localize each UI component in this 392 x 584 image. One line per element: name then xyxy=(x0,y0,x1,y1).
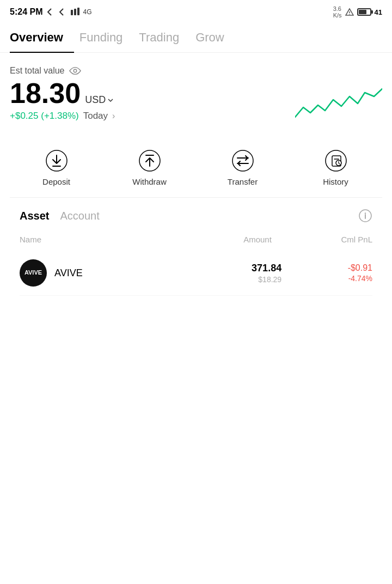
deposit-button[interactable]: Deposit xyxy=(29,149,84,186)
history-button[interactable]: History xyxy=(309,149,363,186)
change-amount: +$0.25 (+1.38%) xyxy=(10,111,79,121)
asset-list: AVIVE AVIVE 371.84 $18.29 -$0.91 -4.74% xyxy=(20,251,372,296)
status-time: 5:24 PM xyxy=(10,7,42,17)
tab-trading[interactable]: Trading xyxy=(139,23,190,52)
status-bar: 5:24 PM 4G 3.6K/s 41 xyxy=(0,0,392,23)
dropdown-arrow-icon xyxy=(107,97,114,104)
asset-amount-usd: $18.29 xyxy=(168,275,282,284)
asset-section: Asset Account Name Amount Cml PnL AVIVE xyxy=(10,198,382,296)
tab-grow[interactable]: Grow xyxy=(195,23,235,52)
value-left: 18.30 USD +$0.25 (+1.38%) Today › xyxy=(10,79,295,121)
info-icon-button[interactable] xyxy=(358,209,372,223)
currency-badge[interactable]: USD xyxy=(85,94,114,106)
transfer-icon xyxy=(231,149,255,173)
withdraw-icon xyxy=(138,149,162,173)
svg-point-5 xyxy=(74,69,77,72)
battery-icon xyxy=(357,8,371,16)
status-right: 3.6K/s 41 xyxy=(333,5,382,19)
asset-amount-col: 371.84 $18.29 xyxy=(168,263,282,284)
svg-point-11 xyxy=(326,150,346,171)
col-amount: Amount xyxy=(145,235,271,244)
deposit-label: Deposit xyxy=(42,177,70,186)
svg-point-17 xyxy=(365,212,366,214)
asset-logo-avive: AVIVE xyxy=(20,259,47,287)
tab-asset[interactable]: Asset xyxy=(20,210,49,222)
eye-icon[interactable] xyxy=(69,66,81,75)
asset-logo-text: AVIVE xyxy=(24,269,42,276)
transfer-button[interactable]: Transfer xyxy=(216,149,270,186)
svg-point-4 xyxy=(349,14,350,15)
mini-chart xyxy=(295,74,382,123)
asset-account-tabs: Asset Account xyxy=(20,209,372,223)
asset-pnl-col: -$0.91 -4.74% xyxy=(281,263,372,283)
asset-pnl-pct: -4.74% xyxy=(281,274,372,283)
svg-rect-2 xyxy=(77,8,79,15)
col-pnl: Cml PnL xyxy=(272,235,372,244)
history-label: History xyxy=(323,177,348,186)
svg-rect-0 xyxy=(71,10,73,15)
est-label-text: Est total value xyxy=(10,66,65,76)
network-icon: 4G xyxy=(83,8,91,16)
deposit-icon xyxy=(45,149,69,173)
total-value: 18.30 xyxy=(10,79,81,107)
asset-name: AVIVE xyxy=(54,267,168,279)
withdraw-label: Withdraw xyxy=(132,177,167,186)
nav-tabs: Overview Funding Trading Grow xyxy=(0,23,392,53)
transfer-label: Transfer xyxy=(228,177,258,186)
tab-overview[interactable]: Overview xyxy=(10,23,74,52)
status-left: 5:24 PM 4G xyxy=(10,7,91,17)
currency-text: USD xyxy=(85,94,106,106)
main-content: Est total value 18.30 USD xyxy=(0,53,392,296)
svg-rect-1 xyxy=(74,9,76,15)
total-value-row: 18.30 USD xyxy=(10,79,295,107)
battery-fill xyxy=(359,10,366,14)
col-name: Name xyxy=(20,235,145,244)
tab-funding[interactable]: Funding xyxy=(79,23,134,52)
table-row[interactable]: AVIVE AVIVE 371.84 $18.29 -$0.91 -4.74% xyxy=(20,251,372,296)
change-row[interactable]: +$0.25 (+1.38%) Today › xyxy=(10,111,295,121)
action-buttons: Deposit Withdraw Transfer xyxy=(10,136,382,198)
change-today: Today xyxy=(83,111,108,121)
asset-amount: 371.84 xyxy=(168,263,282,274)
nav-arrow-icon xyxy=(46,8,54,16)
speed-indicator: 3.6K/s xyxy=(333,5,342,19)
value-row: 18.30 USD +$0.25 (+1.38%) Today › xyxy=(10,79,382,123)
nav-arrow-icon-2 xyxy=(58,8,66,16)
portfolio-section: Est total value 18.30 USD xyxy=(10,66,382,136)
svg-point-10 xyxy=(232,150,253,171)
asset-pnl: -$0.91 xyxy=(281,263,372,273)
history-icon xyxy=(324,149,348,173)
table-header: Name Amount Cml PnL xyxy=(20,232,372,251)
tab-account[interactable]: Account xyxy=(60,210,99,222)
withdraw-button[interactable]: Withdraw xyxy=(122,149,177,186)
alert-icon xyxy=(345,8,354,16)
sim-icon xyxy=(70,8,79,16)
chevron-right-icon: › xyxy=(112,111,115,121)
battery-pct: 41 xyxy=(375,8,382,16)
